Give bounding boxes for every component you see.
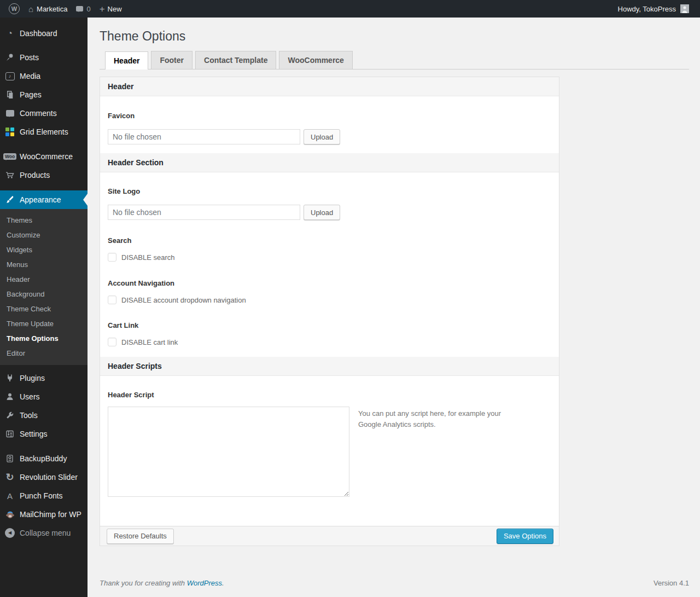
tab-bar: Header Footer Contact Template WooCommer… — [100, 51, 689, 69]
submenu-item-editor[interactable]: Editor — [0, 346, 88, 361]
submenu-item-themes[interactable]: Themes — [0, 213, 88, 228]
sidebar-item-label: Punch Fonts — [20, 491, 63, 500]
header-script-textarea[interactable] — [108, 407, 349, 497]
submenu-item-theme-update[interactable]: Theme Update — [0, 316, 88, 331]
sidebar-item-products[interactable]: Products — [0, 166, 88, 184]
admin-sidebar: ◔ Dashboard Posts ♪ Media Pages Comments — [0, 18, 88, 597]
cart-icon — [4, 170, 15, 181]
submenu-item-menus[interactable]: Menus — [0, 257, 88, 272]
pushpin-icon — [4, 52, 15, 63]
sidebar-item-label: Comments — [20, 109, 57, 118]
sidebar-item-mailchimp[interactable]: MailChimp for WP — [0, 505, 88, 524]
sidebar-item-woocommerce[interactable]: Woo WooCommerce — [0, 147, 88, 166]
comments-icon — [4, 108, 15, 119]
plug-icon — [4, 373, 15, 384]
disable-cart-link-text: DISABLE cart link — [121, 338, 178, 346]
sidebar-item-media[interactable]: ♪ Media — [0, 67, 88, 85]
disable-account-nav-text: DISABLE account dropdown navigation — [121, 296, 246, 304]
sidebar-item-label: Pages — [20, 90, 42, 99]
appearance-submenu: Themes Customize Widgets Menus Header Ba… — [0, 209, 88, 365]
sidebar-item-posts[interactable]: Posts — [0, 48, 88, 67]
theme-options-panel: Header Favicon Upload Header Section Sit… — [100, 77, 559, 546]
woocommerce-icon: Woo — [4, 151, 15, 162]
sidebar-item-label: Tools — [20, 411, 38, 420]
dashboard-icon: ◔ — [4, 28, 15, 39]
site-logo-upload-button[interactable]: Upload — [304, 205, 340, 220]
sidebar-item-appearance[interactable]: Appearance — [0, 190, 88, 209]
site-name-label: Marketica — [37, 5, 67, 13]
admin-footer: Thank you for creating with WordPress. V… — [100, 579, 689, 595]
footer-thanks-suffix: . — [222, 579, 224, 587]
wordpress-link[interactable]: WordPress — [187, 579, 222, 587]
brush-icon — [4, 194, 15, 205]
submenu-item-background[interactable]: Background — [0, 287, 88, 302]
sidebar-item-users[interactable]: Users — [0, 387, 88, 406]
submenu-item-widgets[interactable]: Widgets — [0, 242, 88, 257]
sidebar-item-label: Dashboard — [20, 29, 57, 38]
sidebar-item-pages[interactable]: Pages — [0, 85, 88, 104]
monkey-icon — [4, 509, 15, 520]
version-label: Version 4.1 — [654, 579, 689, 587]
comments-admin-bar-link[interactable]: 0 — [72, 0, 95, 18]
favicon-upload-button[interactable]: Upload — [304, 129, 340, 144]
disable-account-nav-checkbox[interactable] — [108, 295, 116, 304]
sidebar-item-label: Products — [20, 171, 50, 179]
sidebar-item-label: Users — [20, 392, 40, 401]
disable-cart-link-checkbox[interactable] — [108, 338, 116, 346]
cart-link-label: Cart Link — [108, 321, 551, 329]
submenu-item-theme-check[interactable]: Theme Check — [0, 302, 88, 316]
tab-footer[interactable]: Footer — [151, 51, 192, 69]
new-content-link[interactable]: + New — [95, 0, 126, 18]
site-name-link[interactable]: ⌂ Marketica — [24, 0, 72, 18]
save-options-button[interactable]: Save Options — [497, 529, 553, 544]
disable-search-text: DISABLE search — [121, 253, 175, 262]
tab-woocommerce[interactable]: WooCommerce — [279, 51, 352, 69]
main-content: Theme Options Header Footer Contact Temp… — [88, 18, 700, 595]
sidebar-item-dashboard[interactable]: ◔ Dashboard — [0, 24, 88, 43]
sidebar-item-label: MailChimp for WP — [20, 510, 81, 519]
sidebar-item-label: Plugins — [20, 374, 45, 382]
home-icon: ⌂ — [28, 5, 33, 13]
wordpress-menu-link[interactable]: W — [4, 0, 24, 18]
favicon-file-input[interactable] — [108, 129, 300, 144]
cycle-arrows-icon: ↻ — [4, 472, 15, 483]
submenu-item-header[interactable]: Header — [0, 272, 88, 287]
sidebar-item-tools[interactable]: Tools — [0, 406, 88, 425]
admin-bar: W ⌂ Marketica 0 + New Howdy, TokoPress — [0, 0, 700, 18]
sidebar-item-label: Appearance — [20, 195, 61, 204]
sidebar-item-revolution-slider[interactable]: ↻ Revolution Slider — [0, 468, 88, 486]
footer-thanks-prefix: Thank you for creating with — [100, 579, 187, 587]
tab-header[interactable]: Header — [105, 51, 148, 69]
comment-bubble-icon — [76, 6, 83, 11]
person-icon — [4, 391, 15, 402]
sidebar-item-punch-fonts[interactable]: A Punch Fonts — [0, 486, 88, 505]
avatar — [680, 4, 689, 13]
site-logo-label: Site Logo — [108, 187, 551, 195]
restore-defaults-button[interactable]: Restore Defaults — [107, 529, 174, 544]
collapse-menu-button[interactable]: ◀ Collapse menu — [0, 524, 88, 542]
sidebar-item-label: WooCommerce — [20, 152, 73, 161]
account-navigation-label: Account Navigation — [108, 279, 551, 287]
section-title-header: Header — [100, 77, 559, 96]
current-menu-arrow — [83, 194, 88, 206]
favicon-label: Favicon — [108, 112, 551, 120]
disable-search-checkbox[interactable] — [108, 253, 116, 262]
comment-count: 0 — [86, 5, 90, 13]
submenu-item-theme-options[interactable]: Theme Options — [0, 331, 88, 346]
plus-icon: + — [100, 4, 105, 14]
sidebar-item-plugins[interactable]: Plugins — [0, 369, 88, 387]
pages-icon — [4, 89, 15, 100]
submenu-item-customize[interactable]: Customize — [0, 228, 88, 242]
form-actions-bar: Restore Defaults Save Options — [100, 526, 559, 546]
tab-contact-template[interactable]: Contact Template — [195, 51, 276, 69]
sidebar-item-backupbuddy[interactable]: BackupBuddy — [0, 449, 88, 468]
grid-elements-icon — [4, 126, 15, 137]
account-menu-link[interactable]: Howdy, TokoPress — [614, 0, 693, 18]
media-icon: ♪ — [4, 71, 15, 82]
sidebar-item-comments[interactable]: Comments — [0, 104, 88, 123]
sidebar-item-grid-elements[interactable]: Grid Elements — [0, 123, 88, 141]
header-script-description: You can put any script here, for example… — [358, 407, 522, 497]
sidebar-item-settings[interactable]: Settings — [0, 425, 88, 443]
site-logo-file-input[interactable] — [108, 205, 300, 220]
sidebar-item-label: Media — [20, 72, 40, 80]
